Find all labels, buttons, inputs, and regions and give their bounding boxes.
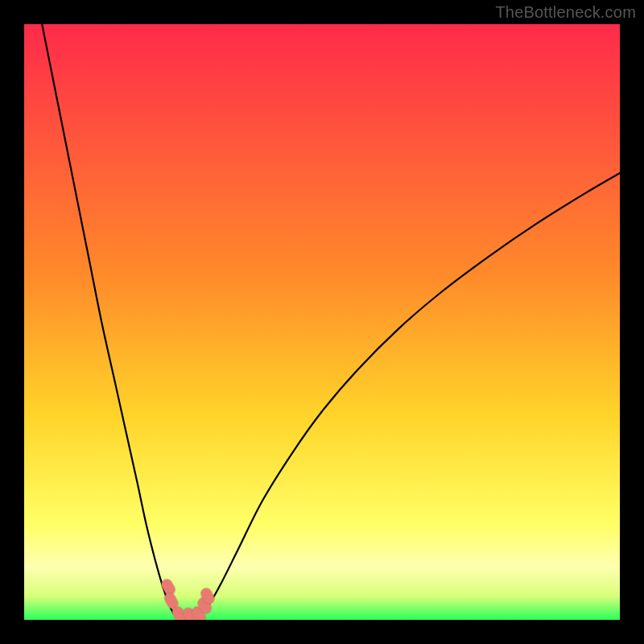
marker-m7: [206, 593, 209, 598]
marker-m4: [188, 613, 192, 618]
marker-m1: [167, 584, 170, 589]
marker-m6: [203, 603, 206, 608]
chart-frame: TheBottleneck.com: [0, 0, 644, 644]
watermark-text: TheBottleneck.com: [495, 3, 636, 22]
gradient-background: [24, 24, 620, 620]
plot-svg: [24, 24, 620, 620]
marker-m2: [170, 598, 173, 603]
marker-m3: [178, 612, 181, 617]
marker-m5: [197, 612, 200, 617]
plot-area: [24, 24, 620, 620]
